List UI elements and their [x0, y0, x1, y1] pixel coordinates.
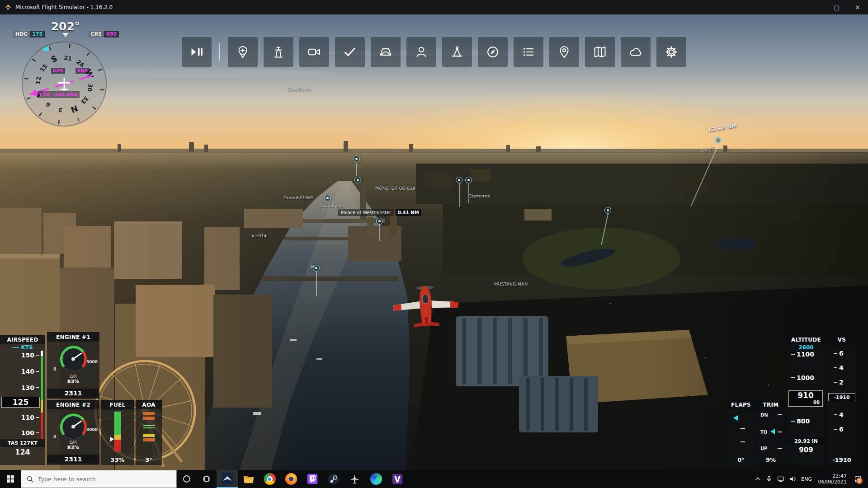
fuel-bar	[114, 411, 121, 452]
airspeed-title: AIRSPEED	[0, 335, 45, 344]
volume-icon[interactable]	[789, 476, 796, 482]
rpm-max: 3000	[86, 427, 98, 432]
camera-button[interactable]	[299, 37, 329, 67]
taskbar-app-edge[interactable]	[365, 470, 387, 488]
taskbar-app-flightsim-plane[interactable]	[344, 470, 365, 488]
taskbar-app-file-explorer[interactable]	[238, 470, 259, 488]
hdg-box: HDG 175	[13, 31, 45, 38]
toolbar-divider	[219, 43, 220, 61]
search-input[interactable]	[38, 476, 165, 483]
taskbar-clock[interactable]: 22:47 06/06/2021	[817, 473, 847, 485]
vertical-speed-indicator: VS 6 4 2 -1910 4 6 -1910	[827, 335, 856, 465]
cockpit-view-button[interactable]	[371, 37, 401, 67]
tape-number: 140	[21, 368, 34, 375]
poi-marker[interactable]	[456, 177, 462, 183]
settings-button[interactable]	[656, 37, 686, 67]
fuel-pointer	[110, 437, 114, 441]
poi-marker[interactable]	[604, 207, 611, 214]
file-explorer-icon	[242, 473, 255, 485]
vs-title: VS	[827, 335, 856, 344]
airspeed-readout: --- KTS	[0, 344, 45, 351]
microphone-icon[interactable]	[766, 476, 772, 482]
atc-button[interactable]	[264, 37, 293, 67]
vs-scale: 4	[839, 364, 844, 371]
map-icon	[593, 45, 607, 59]
landmark-label[interactable]: Palace of Westminster 0.41 NM	[338, 209, 421, 216]
rpm-min: 0	[53, 367, 56, 371]
task-view-button[interactable]	[197, 470, 217, 488]
maximize-button[interactable]: □	[826, 0, 847, 14]
checklist-button[interactable]	[335, 37, 365, 67]
vs-scale: 2	[839, 379, 844, 386]
weight-icon	[450, 45, 464, 59]
app-logo-icon	[5, 4, 12, 11]
taskbar-search[interactable]	[21, 470, 177, 488]
tape-number: 150	[21, 352, 34, 359]
vs-scale: 4	[839, 411, 844, 418]
poi-marker[interactable]	[324, 195, 331, 202]
close-button[interactable]: ✕	[847, 0, 868, 14]
poi-leader-line	[379, 225, 380, 241]
vfr-map-button[interactable]	[585, 37, 615, 67]
cortana-button[interactable]	[177, 470, 197, 488]
taskbar-app-firefox[interactable]	[280, 470, 302, 488]
airspeed-current: 125	[1, 397, 40, 408]
player-nametag: Glamorne	[468, 193, 490, 198]
poi-marker[interactable]	[376, 218, 383, 225]
language-indicator[interactable]: ENG	[801, 476, 812, 482]
vs-value: -1910	[827, 456, 856, 463]
altitude-target: 2600	[787, 344, 826, 351]
taskbar-app-steam[interactable]	[323, 470, 344, 488]
flaps-title: FLAPS	[727, 400, 755, 409]
aoa-value: 3°	[136, 456, 162, 463]
lever-readout: LVR 83%	[47, 374, 99, 384]
network-icon[interactable]	[777, 476, 784, 482]
altimeter: ALTITUDE 2600 1100 1000 910 00 800 29.92…	[787, 335, 826, 465]
enr-annunciator: ENR	[75, 68, 90, 74]
flaps-panel: FLAPS 0°	[727, 400, 755, 465]
chevron-up-icon[interactable]	[755, 476, 761, 482]
poi-marker[interactable]	[313, 265, 320, 272]
trim-up-label: UP	[760, 446, 767, 451]
resume-button[interactable]	[182, 37, 212, 67]
fuel-value: 33%	[101, 456, 134, 463]
pilot-profile-button[interactable]	[406, 37, 436, 67]
minimize-button[interactable]: –	[806, 0, 826, 14]
twitch-icon	[307, 473, 318, 485]
engine1-rpm: 2311	[47, 389, 99, 398]
hdg-label: HDG	[13, 31, 30, 38]
svg-text:21: 21	[63, 54, 72, 62]
chrome-icon	[264, 473, 276, 485]
tape-number: 800	[797, 418, 810, 425]
altitude-title: ALTITUDE	[787, 335, 826, 344]
taskbar-app-twitch[interactable]	[302, 470, 323, 488]
airspeed-value: 124	[0, 447, 45, 456]
weather-button[interactable]	[621, 37, 651, 67]
taskbar-app-chrome[interactable]	[259, 470, 280, 488]
steam-icon	[327, 473, 340, 485]
travel-to-button[interactable]	[228, 37, 258, 67]
start-button[interactable]	[0, 470, 21, 488]
tape-number: 1100	[797, 351, 814, 358]
poi-marker[interactable]	[465, 177, 472, 183]
aoa-indexer	[143, 412, 155, 441]
taskbar-app-msfs[interactable]	[217, 470, 238, 488]
poi-button[interactable]	[549, 37, 579, 67]
aoa-panel: AOA 3°	[136, 400, 162, 465]
poi-leader-line	[356, 162, 357, 176]
taskbar-app-v[interactable]	[387, 470, 408, 488]
msfs-icon	[221, 472, 234, 485]
poi-marker[interactable]	[353, 155, 360, 162]
player-nametag: ice014	[252, 233, 267, 238]
nav-log-button[interactable]	[478, 37, 508, 67]
action-center-button[interactable]: 2	[852, 472, 863, 486]
landmark-distance: 0.41 NM	[396, 209, 421, 216]
objectives-button[interactable]	[514, 37, 543, 67]
crs-box: CRS 095	[89, 31, 119, 38]
poi-marker[interactable]	[354, 177, 361, 183]
crs-label: CRS	[89, 31, 104, 38]
v-app-icon	[392, 473, 403, 485]
landmark-name: Palace of Westminster	[338, 209, 394, 216]
weight-balance-button[interactable]	[442, 37, 472, 67]
hdg-value: 175	[30, 31, 45, 38]
